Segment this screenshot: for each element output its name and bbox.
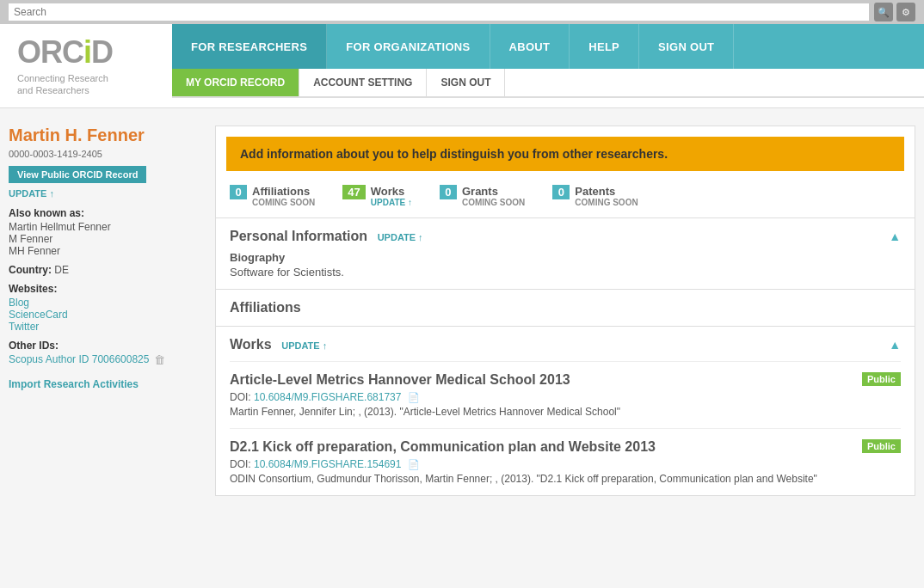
stat-count-affiliations: 0 [230, 185, 247, 199]
orcid-id: 0000-0003-1419-2405 [9, 149, 198, 159]
page-content: Martin H. Fenner 0000-0003-1419-2405 Vie… [0, 108, 924, 513]
work-authors-1: Martin Fenner, Jennifer Lin; , (2013). "… [230, 406, 901, 418]
website-sciencecard[interactable]: ScienceCard [9, 309, 198, 321]
search-icon[interactable]: 🔍 [874, 3, 893, 21]
logo: ORCiD [17, 34, 155, 70]
website-blog[interactable]: Blog [9, 297, 198, 309]
nav-for-researchers[interactable]: FOR RESEARCHERS [172, 24, 327, 69]
sub-nav: MY ORCID RECORD ACCOUNT SETTING SIGN OUT [172, 69, 924, 98]
work-public-badge-1: Public [862, 372, 901, 386]
work-doi-2: DOI: 10.6084/M9.FIGSHARE.154691 📄 [230, 458, 901, 470]
alias-1: Martin Hellmut Fenner [9, 221, 198, 233]
stat-sublabel-affiliations: COMING SOON [252, 198, 315, 207]
websites-label: Websites: [9, 283, 198, 295]
stat-works: 47 Works UPDATE ↑ [342, 185, 412, 207]
personal-info-update[interactable]: UPDATE ↑ [378, 232, 423, 242]
stat-grants: 0 Grants COMING SOON [440, 185, 525, 207]
biography-label: Biography [230, 251, 901, 264]
alert-banner: Add information about you to help distin… [226, 137, 904, 171]
personal-info-collapse-icon[interactable]: ▲ [889, 230, 901, 243]
nav-for-organizations[interactable]: FOR ORGANIZATIONS [327, 24, 490, 69]
top-bar: 🔍 ⚙ [0, 0, 924, 24]
update-label[interactable]: UPDATE ↑ [9, 188, 198, 199]
country-row: Country: DE [9, 264, 198, 276]
view-record-button[interactable]: View Public ORCID Record [9, 166, 146, 183]
website-twitter[interactable]: Twitter [9, 321, 198, 333]
stat-patents: 0 Patents COMING SOON [552, 185, 638, 207]
affiliations-title: Affiliations [230, 300, 301, 315]
stat-label-grants: Grants [462, 185, 525, 198]
work-file-icon-1[interactable]: 📄 [408, 392, 420, 402]
sub-nav-my-orcid[interactable]: MY ORCID RECORD [172, 69, 299, 96]
works-collapse-icon[interactable]: ▲ [889, 338, 901, 352]
delete-scopus-icon[interactable]: 🗑 [154, 353, 165, 366]
main-content: Add information about you to help distin… [215, 126, 915, 496]
personal-info-title: Personal Information [230, 229, 367, 243]
works-update[interactable]: UPDATE ↑ [281, 340, 327, 351]
work-item-2: D2.1 Kick off preparation, Communication… [230, 428, 901, 495]
logo-area: ORCiD Connecting Research and Researcher… [0, 24, 172, 107]
stat-label-works: Works [371, 185, 412, 198]
logo-subtitle: Connecting Research and Researchers [17, 72, 155, 97]
personal-info-section: Personal Information UPDATE ↑ ▲ Biograph… [216, 218, 915, 290]
country-value: DE [54, 264, 69, 276]
personal-info-header: Personal Information UPDATE ↑ ▲ [230, 229, 901, 244]
biography-text: Software for Scientists. [230, 266, 901, 279]
work-title-2: D2.1 Kick off preparation, Communication… [230, 439, 901, 455]
affiliations-section: Affiliations [216, 290, 915, 327]
also-known-label: Also known as: [9, 207, 198, 219]
affiliations-header: Affiliations [230, 300, 901, 315]
work-doi-1: DOI: 10.6084/M9.FIGSHARE.681737 📄 [230, 391, 901, 403]
works-section: Works UPDATE ↑ ▲ Article-Level Metrics H… [216, 327, 915, 495]
sub-nav-sign-out[interactable]: SIGN OUT [427, 69, 505, 96]
alias-2: M Fenner [9, 233, 198, 245]
import-research-link[interactable]: Import Research Activities [9, 378, 198, 390]
stat-sublabel-works[interactable]: UPDATE ↑ [371, 198, 412, 207]
stat-affiliations: 0 Affiliations COMING SOON [230, 185, 315, 207]
work-doi-link-1[interactable]: 10.6084/M9.FIGSHARE.681737 [254, 391, 401, 403]
stat-label-affiliations: Affiliations [252, 185, 315, 198]
scopus-row: Scopus Author ID 7006600825 🗑 [9, 353, 198, 366]
search-input[interactable] [9, 3, 869, 21]
stat-count-grants: 0 [440, 185, 457, 199]
settings-icon[interactable]: ⚙ [896, 3, 915, 21]
sidebar: Martin H. Fenner 0000-0003-1419-2405 Vie… [9, 126, 215, 496]
work-item-1: Article-Level Metrics Hannover Medical S… [230, 361, 901, 428]
work-title-1: Article-Level Metrics Hannover Medical S… [230, 372, 901, 388]
works-header: Works UPDATE ↑ ▲ [230, 337, 901, 352]
sub-nav-account-setting[interactable]: ACCOUNT SETTING [299, 69, 427, 96]
stats-row: 0 Affiliations COMING SOON 47 Works UPDA… [216, 171, 915, 218]
logo-text: ORCiD [17, 34, 113, 70]
works-title: Works [230, 337, 272, 352]
main-nav: FOR RESEARCHERS FOR ORGANIZATIONS ABOUT … [172, 24, 924, 107]
main-nav-top: FOR RESEARCHERS FOR ORGANIZATIONS ABOUT … [172, 24, 924, 69]
stat-sublabel-grants: COMING SOON [462, 198, 525, 207]
work-public-badge-2: Public [862, 439, 901, 453]
header: ORCiD Connecting Research and Researcher… [0, 24, 924, 108]
stat-sublabel-patents: COMING SOON [575, 198, 638, 207]
alias-3: MH Fenner [9, 245, 198, 257]
stat-label-patents: Patents [575, 185, 638, 198]
nav-about[interactable]: ABOUT [490, 24, 570, 69]
researcher-name: Martin H. Fenner [9, 126, 198, 145]
country-label: Country: [9, 264, 52, 276]
work-file-icon-2[interactable]: 📄 [408, 459, 420, 469]
other-ids-label: Other IDs: [9, 340, 198, 352]
work-authors-2: ODIN Consortium, Gudmundur Thorisson, Ma… [230, 473, 901, 485]
scopus-id[interactable]: Scopus Author ID 7006600825 [9, 353, 149, 365]
stat-count-patents: 0 [552, 185, 570, 199]
nav-sign-out[interactable]: SIGN OUT [639, 24, 734, 69]
work-doi-link-2[interactable]: 10.6084/M9.FIGSHARE.154691 [254, 458, 401, 470]
nav-help[interactable]: HELP [570, 24, 639, 69]
stat-count-works: 47 [342, 185, 365, 199]
